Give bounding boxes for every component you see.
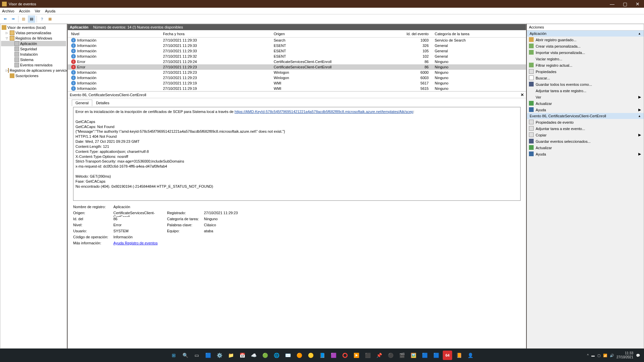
action-save-all[interactable]: Guardar todos los eventos como... <box>527 81 644 87</box>
help-button[interactable]: ? <box>38 15 46 23</box>
app-icon[interactable]: 🟦 <box>203 351 213 360</box>
action-import-view[interactable]: Importar vista personalizada... <box>527 49 644 56</box>
app-icon[interactable]: ☁️ <box>249 351 258 360</box>
tree-subscriptions[interactable]: Suscripciones <box>1 73 66 78</box>
action-event-attach[interactable]: Adjuntar tarea a este evento... <box>527 125 644 132</box>
col-source[interactable]: Origen <box>274 32 398 36</box>
app-icon[interactable]: 🟢 <box>260 351 270 360</box>
search-icon[interactable]: 🔍 <box>180 351 190 360</box>
tree-setup[interactable]: Instalación <box>1 52 66 57</box>
event-row[interactable]: !Error27/10/2021 11:29:24CertificateServ… <box>68 59 526 64</box>
tray-icon[interactable]: ▬ <box>591 354 595 357</box>
menu-archivo[interactable]: Archivo <box>2 9 14 13</box>
action-refresh2[interactable]: Actualizar <box>527 144 644 151</box>
app-icon[interactable]: 🎬 <box>397 351 407 360</box>
app-icon[interactable]: 🟡 <box>306 351 315 360</box>
notification-icon[interactable]: 💬 <box>636 354 640 357</box>
app-icon[interactable]: 👤 <box>466 351 475 360</box>
collapse-icon[interactable]: ▲ <box>638 32 641 35</box>
maximize-button[interactable]: ▢ <box>619 0 631 8</box>
col-date[interactable]: Fecha y hora <box>163 32 274 36</box>
app-icon[interactable]: 🟪 <box>329 351 338 360</box>
app-icon[interactable]: 🖼️ <box>409 351 418 360</box>
app-icon[interactable]: 📅 <box>237 351 247 360</box>
action-save-selected[interactable]: Guardar eventos seleccionados... <box>527 138 644 144</box>
action-help2[interactable]: Ayuda▶ <box>527 151 644 157</box>
tree-app-services[interactable]: ▷Registros de aplicaciones y servicios <box>1 68 66 73</box>
tree-windows-logs[interactable]: ▽Registros de Windows <box>1 36 66 41</box>
action-help[interactable]: Ayuda▶ <box>527 107 644 113</box>
app-icon[interactable]: ⚫ <box>386 351 395 360</box>
tree-security[interactable]: Seguridad <box>1 46 66 52</box>
detail-close-button[interactable]: ✕ <box>521 93 524 97</box>
event-row[interactable]: iInformación27/10/2021 11:29:23Winlogon6… <box>68 70 526 75</box>
app-icon[interactable]: ▶️ <box>352 351 361 360</box>
start-button[interactable]: ⊞ <box>169 351 178 360</box>
action-attach-task[interactable]: Adjuntar tarea a este registro... <box>527 87 644 94</box>
action-clear-log[interactable]: Vaciar registro... <box>527 56 644 62</box>
preview-button[interactable]: ▤ <box>28 15 35 23</box>
tab-details[interactable]: Detalles <box>92 100 113 106</box>
collapse-icon[interactable]: ▲ <box>638 114 641 118</box>
event-message[interactable]: Error en la inicialización de la inscrip… <box>73 107 521 201</box>
app-icon[interactable]: 📌 <box>374 351 384 360</box>
nav-tree[interactable]: Visor de eventos (local) ▷Vistas persona… <box>0 24 67 349</box>
event-row[interactable]: iInformación27/10/2021 11:29:33Search100… <box>68 38 526 43</box>
tree-root[interactable]: Visor de eventos (local) <box>1 25 66 30</box>
action-copy[interactable]: Copiar▶ <box>527 132 644 138</box>
event-row[interactable]: iInformación27/10/2021 11:29:33ESENT105G… <box>68 48 526 54</box>
forward-button[interactable]: ➡ <box>9 15 17 23</box>
app-icon[interactable]: 📘 <box>317 351 327 360</box>
close-button[interactable]: ✕ <box>631 0 644 8</box>
taskview-icon[interactable]: ▭ <box>192 351 201 360</box>
event-list[interactable]: iInformación27/10/2021 11:29:33Search100… <box>68 38 526 91</box>
menu-ayuda[interactable]: Ayuda <box>45 9 55 13</box>
app-icon[interactable]: 📁 <box>226 351 235 360</box>
event-row[interactable]: iInformación27/10/2021 11:29:23Winlogon6… <box>68 75 526 80</box>
action-open-saved[interactable]: Abrir registro guardado... <box>527 37 644 43</box>
app-icon[interactable]: 64 <box>443 351 452 360</box>
app-icon[interactable]: ✉️ <box>283 351 292 360</box>
refresh-button[interactable]: ▦ <box>46 15 54 23</box>
tree-custom-views[interactable]: ▷Vistas personalizadas <box>1 30 66 36</box>
scep-url-link[interactable]: https://AMD-KeyId-578c545f796951421221a4… <box>234 110 413 114</box>
tray-volume-icon[interactable]: 🔊 <box>610 354 614 357</box>
back-button[interactable]: ⬅ <box>1 15 9 23</box>
action-event-props[interactable]: Propiedades de evento <box>527 119 644 125</box>
tray-chevron-icon[interactable]: ^ <box>587 354 589 357</box>
tray-wifi-icon[interactable]: 📶 <box>603 354 607 357</box>
action-filter-log[interactable]: Filtrar registro actual... <box>527 62 644 68</box>
tree-system[interactable]: Sistema <box>1 57 66 62</box>
tree-forwarded[interactable]: Eventos reenviados <box>1 62 66 68</box>
app-icon[interactable]: ⭕ <box>340 351 350 360</box>
app-icon[interactable]: 📙 <box>454 351 464 360</box>
menu-accion[interactable]: Acción <box>19 9 30 13</box>
event-row[interactable]: iInformación27/10/2021 11:29:19WMI5617Ni… <box>68 80 526 86</box>
event-row[interactable]: iInformación27/10/2021 11:29:32ESENT102G… <box>68 54 526 59</box>
app-icon[interactable]: ⚙️ <box>215 351 224 360</box>
event-row[interactable]: iInformación27/10/2021 11:29:33ESENT326G… <box>68 43 526 48</box>
action-view[interactable]: Ver▶ <box>527 94 644 100</box>
tree-application[interactable]: Aplicación <box>1 41 66 46</box>
help-link[interactable]: Ayuda Registro de eventos <box>113 241 158 245</box>
app-icon[interactable]: 🟠 <box>294 351 304 360</box>
action-find[interactable]: Buscar... <box>527 75 644 81</box>
col-level[interactable]: Nivel <box>69 32 163 36</box>
app-icon[interactable]: 🟦 <box>420 351 429 360</box>
col-id[interactable]: Id. del evento <box>398 32 435 36</box>
tray-icon[interactable]: ▢ <box>597 354 600 357</box>
event-row[interactable]: iInformación27/10/2021 11:29:19WMI5615Ni… <box>68 86 526 91</box>
grid-header[interactable]: Nivel Fecha y hora Origen Id. del evento… <box>68 30 526 38</box>
action-refresh[interactable]: Actualizar <box>527 100 644 107</box>
tab-general[interactable]: General <box>72 100 92 106</box>
col-category[interactable]: Categoría de la tarea <box>435 32 525 36</box>
taskbar[interactable]: ⊞ 🔍 ▭ 🟦 ⚙️ 📁 📅 ☁️ 🟢 🌐 ✉️ 🟠 🟡 📘 🟪 ⭕ ▶️ ⬛ … <box>0 349 644 362</box>
show-tree-button[interactable]: ▥ <box>20 15 27 23</box>
action-properties[interactable]: Propiedades <box>527 68 644 75</box>
event-row[interactable]: !Error27/10/2021 11:29:23CertificateServ… <box>68 64 526 70</box>
menu-ver[interactable]: Ver <box>35 9 41 13</box>
app-icon[interactable]: ⬛ <box>363 351 372 360</box>
app-icon[interactable]: 🌐 <box>272 351 281 360</box>
clock[interactable]: 11:33 27/10/2021 <box>616 351 633 359</box>
action-create-view[interactable]: Crear vista personalizada... <box>527 43 644 49</box>
